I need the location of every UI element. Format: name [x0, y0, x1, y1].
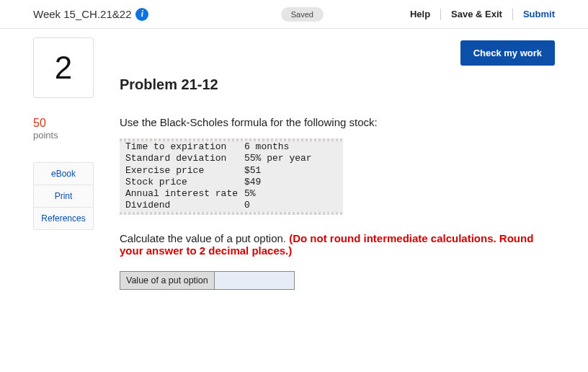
question-number-box: 2	[33, 37, 94, 98]
divider	[440, 9, 441, 20]
print-link[interactable]: Print	[34, 185, 93, 207]
table-row: Stock price $49	[120, 177, 343, 188]
row-value: 5%	[244, 188, 337, 200]
answer-label: Value of a put option	[120, 272, 215, 289]
answer-input[interactable]	[215, 272, 294, 289]
table-row: Time to expiration 6 months	[120, 141, 343, 153]
question-number: 2	[55, 50, 72, 86]
side-links: eBook Print References	[33, 162, 94, 230]
calc-text: Calculate the value of a put option.	[120, 232, 289, 244]
points-value: 50	[33, 117, 112, 130]
submit-link[interactable]: Submit	[523, 9, 555, 19]
table-row: Annual interest rate 5%	[120, 188, 343, 200]
row-label: Exercise price	[125, 165, 244, 177]
main-content: Check my work Problem 21-12 Use the Blac…	[112, 37, 555, 290]
top-links: Help Save & Exit Submit	[410, 9, 555, 20]
info-icon[interactable]: i	[135, 8, 148, 21]
table-row: Exercise price $51	[120, 165, 343, 177]
answer-box: Value of a put option	[120, 271, 295, 290]
row-value: $51	[244, 165, 337, 177]
saved-pill: Saved	[281, 7, 324, 22]
save-exit-link[interactable]: Save & Exit	[451, 9, 502, 19]
calc-prompt: Calculate the value of a put option. (Do…	[120, 232, 555, 257]
points-block: 50 points	[33, 117, 112, 141]
left-column: 2 50 points eBook Print References	[33, 37, 112, 290]
top-bar: Week 15_CH.21&22 i Saved Help Save & Exi…	[0, 0, 588, 29]
data-table: Time to expiration 6 months Standard dev…	[120, 138, 343, 215]
assignment-title: Week 15_CH.21&22	[33, 8, 131, 20]
row-label: Stock price	[125, 177, 244, 188]
row-label: Annual interest rate	[125, 188, 244, 200]
help-link[interactable]: Help	[410, 9, 430, 19]
ebook-link[interactable]: eBook	[34, 163, 93, 185]
row-value: 6 months	[244, 141, 337, 153]
references-link[interactable]: References	[34, 207, 93, 229]
row-label: Dividend	[125, 200, 244, 211]
problem-instruction: Use the Black-Scholes formula for the fo…	[120, 116, 555, 128]
row-label: Time to expiration	[125, 141, 244, 153]
problem-title: Problem 21-12	[120, 76, 555, 93]
row-value: 0	[244, 200, 337, 211]
check-my-work-button[interactable]: Check my work	[460, 40, 555, 66]
row-value: 55% per year	[244, 153, 337, 164]
divider	[512, 9, 513, 20]
table-row: Dividend 0	[120, 200, 343, 211]
row-label: Standard deviation	[125, 153, 244, 164]
table-stripe-bottom	[120, 212, 343, 215]
row-value: $49	[244, 177, 337, 188]
points-label: points	[33, 130, 112, 141]
table-row: Standard deviation 55% per year	[120, 153, 343, 164]
